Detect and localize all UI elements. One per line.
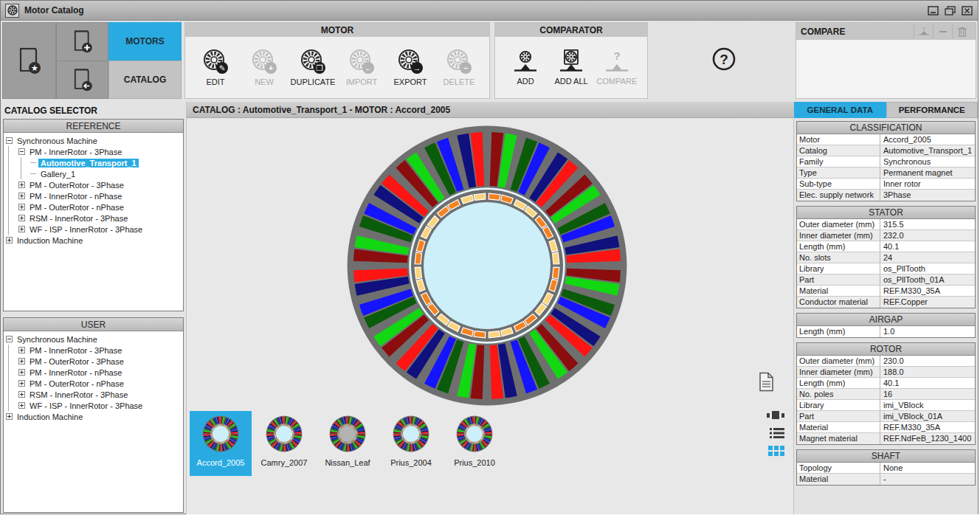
collapse-icon[interactable] — [18, 148, 25, 155]
tree-node-label[interactable]: WF - ISP - InnerRotor - 3Phase — [27, 225, 145, 234]
user-tree-node[interactable]: WF - ISP - InnerRotor - 3Phase — [5, 400, 182, 411]
tab-catalog[interactable]: CATALOG — [108, 61, 182, 99]
motor-thumbnail-prius_2004[interactable]: Prius_2004 — [380, 411, 442, 476]
expand-icon[interactable] — [18, 380, 25, 387]
data-row: Length (mm)40.1 — [797, 241, 975, 252]
data-row-value: 16 — [880, 389, 975, 399]
user-tree-node[interactable]: Induction Machine — [5, 411, 182, 422]
tree-node-label[interactable]: PM - OuterRotor - 3Phase — [27, 181, 126, 190]
tree-node-label[interactable]: PM - InnerRotor - 3Phase — [27, 148, 124, 156]
grid-view-button[interactable] — [765, 443, 784, 458]
reference-tree-node[interactable]: Synchronous Machine — [5, 135, 182, 146]
catalog-import-button[interactable] — [56, 61, 108, 100]
comparator-add-button[interactable]: ADD — [503, 49, 548, 86]
motor-thumbnail-prius_2010[interactable]: Prius_2010 — [444, 411, 505, 476]
expand-icon[interactable] — [6, 413, 13, 420]
expand-icon[interactable] — [6, 237, 13, 244]
tab-general-data[interactable]: GENERAL DATA — [794, 102, 886, 118]
tree-node-label[interactable]: Synchronous Machine — [15, 137, 100, 145]
tree-guide — [8, 400, 18, 411]
data-row: Partimi_VBlock_01A — [797, 411, 975, 422]
motor-icon: → — [396, 49, 424, 75]
catalog-selector: CATALOG SELECTOR REFERENCE Synchronous M… — [1, 102, 186, 514]
comparator-add-all-button[interactable]: ADD ALL — [548, 49, 594, 86]
motor-export-button[interactable]: →EXPORT — [386, 49, 435, 86]
user-tree-node[interactable]: Synchronous Machine — [5, 334, 182, 345]
tree-guide — [8, 213, 18, 224]
user-tree-node[interactable]: RSM - InnerRotor - 3Phase — [5, 389, 182, 400]
motor-edit-button[interactable]: ✎EDIT — [191, 49, 240, 86]
expand-icon[interactable] — [18, 204, 25, 210]
tree-node-label[interactable]: WF - ISP - InnerRotor - 3Phase — [27, 401, 145, 410]
motor-duplicate-button[interactable]: ❐DUPLICATE — [289, 49, 337, 86]
reference-tree-node[interactable]: Automotive_Transport_1 — [5, 157, 182, 168]
reference-tree-node[interactable]: RSM - InnerRotor - 3Phase — [5, 213, 182, 224]
user-tree-node[interactable]: PM - OuterRotor - 3Phase — [5, 356, 182, 367]
tab-motors[interactable]: MOTORS — [108, 22, 182, 61]
user-tree-node[interactable]: PM - InnerRotor - nPhase — [5, 367, 182, 378]
expand-icon[interactable] — [18, 182, 25, 188]
tree-node-label[interactable]: RSM - InnerRotor - 3Phase — [27, 390, 130, 399]
close-button[interactable] — [961, 5, 973, 16]
user-tree-node[interactable]: PM - OuterRotor - nPhase — [5, 378, 182, 389]
motor-thumbnail-accord_2005[interactable]: Accord_2005 — [190, 411, 252, 476]
data-row: CatalogAutomotive_Transport_1 — [797, 145, 975, 156]
restore-button[interactable] — [944, 5, 956, 16]
motor-thumbnail-camry_2007[interactable]: Camry_2007 — [253, 411, 315, 476]
compare-remove-button[interactable] — [933, 24, 952, 38]
button-label: DUPLICATE — [291, 77, 336, 86]
expand-icon[interactable] — [18, 193, 25, 199]
reference-tree-node[interactable]: PM - OuterRotor - nPhase — [5, 201, 182, 213]
user-panel: USER Synchronous MachinePM - InnerRotor … — [3, 317, 184, 513]
tree-node-label[interactable]: PM - OuterRotor - nPhase — [27, 203, 126, 212]
expand-icon[interactable] — [18, 347, 25, 353]
tree-node-label[interactable]: PM - InnerRotor - nPhase — [27, 192, 124, 201]
app-window: Motor Catalog ★ — [0, 0, 979, 514]
expand-icon[interactable] — [18, 402, 25, 409]
expand-icon[interactable] — [18, 226, 25, 232]
button-label: NEW — [255, 77, 274, 86]
tab-performance[interactable]: PERFORMANCE — [886, 102, 979, 118]
data-row-key: Topology — [797, 463, 880, 473]
data-row: Partos_PllTooth_01A — [797, 274, 975, 286]
minimize-button[interactable] — [927, 5, 939, 16]
user-tree-node[interactable]: PM - InnerRotor - 3Phase — [5, 345, 182, 356]
reference-tree-node[interactable]: Induction Machine — [5, 235, 182, 246]
catalog-favorites-button[interactable]: ★ — [2, 22, 56, 99]
reference-tree-node[interactable]: Gallery_1 — [5, 168, 182, 179]
catalog-new-button[interactable] — [56, 22, 108, 61]
reference-tree-node[interactable]: PM - InnerRotor - nPhase — [5, 190, 182, 201]
reference-tree-node[interactable]: PM - OuterRotor - 3Phase — [5, 179, 182, 190]
expand-icon[interactable] — [18, 358, 25, 365]
help-button[interactable]: ? — [711, 46, 737, 75]
reference-tree-node[interactable]: PM - InnerRotor - 3Phase — [5, 146, 182, 157]
data-row-value: REF.M330_35A — [880, 422, 975, 432]
tree-node-label[interactable]: Induction Machine — [15, 412, 85, 421]
compare-run-button[interactable]: ? — [914, 24, 933, 38]
tree-node-label[interactable]: Gallery_1 — [38, 170, 77, 179]
data-row-value: Synchronous — [880, 156, 975, 167]
svg-text:−: − — [463, 63, 468, 72]
list-view-button[interactable] — [765, 426, 784, 441]
motor-thumbnail-nissan_leaf[interactable]: Nissan_Leaf — [317, 411, 379, 476]
collapse-icon[interactable] — [6, 336, 13, 342]
expand-icon[interactable] — [18, 391, 25, 398]
tree-node-label[interactable]: PM - OuterRotor - nPhase — [27, 379, 126, 388]
tree-node-label[interactable]: Automotive_Transport_1 — [38, 159, 139, 168]
tree-node-label[interactable]: RSM - InnerRotor - 3Phase — [27, 214, 130, 223]
expand-icon[interactable] — [18, 369, 25, 376]
tree-node-label[interactable]: Synchronous Machine — [15, 335, 100, 344]
datasheet-icon[interactable] — [759, 372, 774, 395]
carousel-view-button[interactable] — [765, 408, 784, 423]
tree-node-label[interactable]: PM - InnerRotor - nPhase — [27, 368, 124, 377]
expand-icon[interactable] — [18, 215, 25, 221]
collapse-icon[interactable] — [6, 137, 13, 144]
tree-node-label[interactable]: Induction Machine — [15, 236, 85, 245]
tree-node-label[interactable]: PM - OuterRotor - 3Phase — [27, 357, 126, 366]
reference-tree-node[interactable]: WF - ISP - InnerRotor - 3Phase — [5, 224, 182, 235]
compare-list-area[interactable] — [796, 40, 976, 98]
motor-icon: ❐ — [299, 49, 327, 75]
compare-clear-button[interactable] — [952, 24, 971, 38]
tree-node-label[interactable]: PM - InnerRotor - 3Phase — [27, 346, 124, 355]
data-row-key: Inner diameter (mm) — [797, 230, 880, 241]
